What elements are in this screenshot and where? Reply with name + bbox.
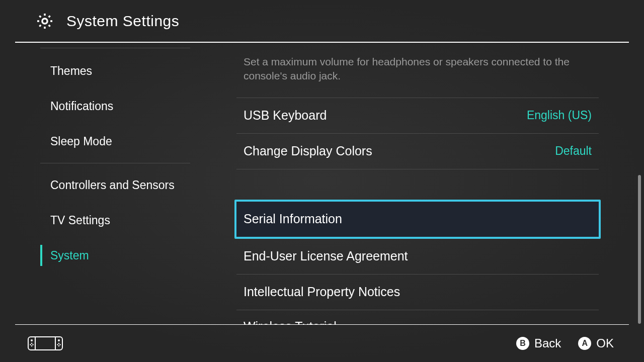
svg-point-12 [58,343,59,344]
svg-rect-1 [28,337,62,350]
section-gap [236,169,599,200]
row-wireless-tutorial[interactable]: Wireless Tutorial [236,310,599,324]
svg-rect-2 [35,337,55,350]
sidebar-item-label: Controllers and Sensors [50,178,175,192]
setting-description: Set a maximum volume for headphones or s… [236,43,599,98]
sidebar-item-label: Themes [50,64,92,78]
svg-point-10 [57,344,58,345]
row-serial-information[interactable]: Serial Information [234,200,601,239]
svg-point-8 [31,343,32,344]
a-button-icon: A [578,337,591,350]
svg-point-0 [42,18,47,23]
sidebar-item-system[interactable]: System [40,238,190,273]
hint-back[interactable]: B Back [516,336,561,350]
hint-ok[interactable]: A OK [578,336,614,350]
gear-icon [35,12,54,31]
row-label: Wireless Tutorial [244,319,337,324]
svg-point-3 [31,339,33,341]
sidebar-item-tv-settings[interactable]: TV Settings [40,203,190,238]
sidebar-item-label: System [50,249,89,262]
sidebar-item-sleep-mode[interactable]: Sleep Mode [40,124,190,159]
b-button-icon: B [516,337,529,350]
row-label: USB Keyboard [244,108,327,123]
row-eula[interactable]: End-User License Agreement [236,239,599,275]
hint-label: OK [596,336,614,350]
row-label: Intellectual Property Notices [244,285,400,299]
console-icon [28,336,63,350]
row-value: Default [555,144,592,158]
sidebar-group: Controllers and Sensors TV Settings Syst… [40,163,190,273]
sidebar-item-label: Sleep Mode [50,135,112,148]
svg-point-7 [32,344,33,345]
row-usb-keyboard[interactable]: USB Keyboard English (US) [236,98,599,134]
row-label: Change Display Colors [244,144,372,158]
svg-point-11 [59,344,60,345]
svg-point-4 [58,339,60,341]
row-change-display-colors[interactable]: Change Display Colors Default [236,134,599,169]
sidebar-group: Themes Notifications Sleep Mode [40,48,190,159]
body: Themes Notifications Sleep Mode Controll… [0,43,644,324]
sidebar: Themes Notifications Sleep Mode Controll… [0,43,206,324]
svg-point-9 [58,345,59,346]
hint-label: Back [534,336,561,350]
row-ip-notices[interactable]: Intellectual Property Notices [236,275,599,310]
footer: B Back A OK [15,324,629,362]
svg-point-5 [31,345,32,346]
row-label: End-User License Agreement [244,249,408,263]
main-panel: Set a maximum volume for headphones or s… [206,43,644,324]
sidebar-item-themes[interactable]: Themes [40,53,190,88]
header: System Settings [15,0,629,43]
scroll-thumb[interactable] [638,175,641,324]
sidebar-item-label: Notifications [50,100,113,113]
row-label: Serial Information [244,212,342,226]
sidebar-item-label: TV Settings [50,214,110,227]
sidebar-item-controllers[interactable]: Controllers and Sensors [40,167,190,203]
svg-point-6 [30,344,31,345]
row-value: English (US) [527,109,592,122]
page-title: System Settings [66,13,179,30]
sidebar-item-notifications[interactable]: Notifications [40,88,190,124]
